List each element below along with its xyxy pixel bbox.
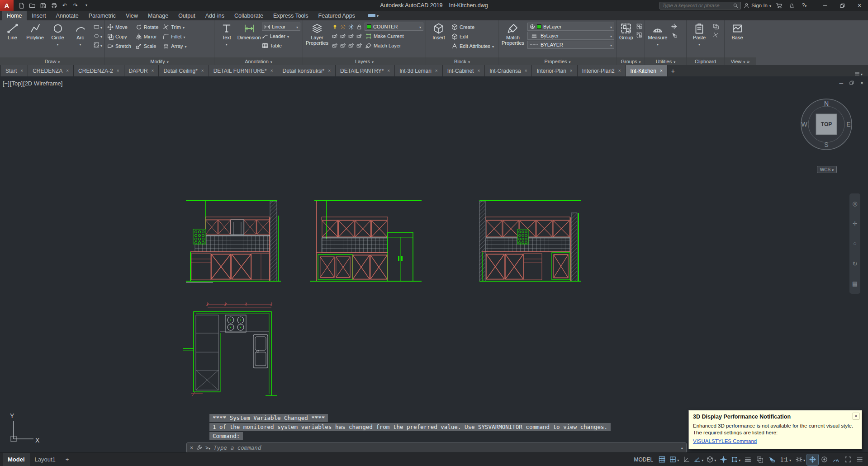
layer-lock-icon[interactable] xyxy=(356,23,363,31)
rectangle-tool-icon[interactable] xyxy=(93,23,100,31)
ellipse-tool-icon[interactable] xyxy=(93,32,100,40)
file-tab[interactable]: Int-Cabinet xyxy=(443,65,485,76)
array-button[interactable]: Array xyxy=(163,42,186,50)
customization-icon[interactable] xyxy=(854,454,865,465)
fillet-button[interactable]: Fillet xyxy=(163,32,186,41)
file-tab-overflow-button[interactable] xyxy=(849,71,868,76)
file-tab[interactable]: CREDENZA xyxy=(28,65,74,76)
annotation-scale-button[interactable]: 1:1 xyxy=(778,457,794,463)
zoom-icon[interactable]: ○ xyxy=(853,240,857,247)
file-tab-close-icon[interactable] xyxy=(201,68,204,73)
object-snap-tracking-icon[interactable] xyxy=(718,454,729,465)
nav-wheel-icon[interactable]: ◎ xyxy=(852,200,857,207)
file-tab-close-icon[interactable] xyxy=(66,68,69,73)
modify-panel-title[interactable]: Modify xyxy=(105,57,214,65)
search-input[interactable] xyxy=(662,3,731,8)
properties-panel-title[interactable]: Properties xyxy=(498,57,617,65)
file-tab[interactable]: Int-Kitchen xyxy=(626,65,668,76)
annotation-panel-title[interactable]: Annotation xyxy=(214,57,303,65)
command-customize-icon[interactable] xyxy=(196,445,202,451)
lineweight-toggle-icon[interactable] xyxy=(742,454,754,465)
notifications-icon[interactable] xyxy=(787,1,797,10)
viewport-view-control[interactable]: [Top] xyxy=(10,80,23,87)
layer-dropdown[interactable]: COUNTER xyxy=(365,23,423,31)
model-space-button[interactable]: MODEL xyxy=(631,457,656,463)
workspace-switching-icon[interactable] xyxy=(794,454,806,465)
layer-isolate-icon[interactable] xyxy=(331,32,339,40)
line-button[interactable]: Line xyxy=(2,22,23,57)
leader-button[interactable]: Leader xyxy=(262,32,300,40)
orbit-icon[interactable]: ↻ xyxy=(853,260,858,267)
measure-button[interactable]: Measure xyxy=(647,22,668,57)
viewport-menu-control[interactable]: [−] xyxy=(3,80,9,87)
dynamic-input-icon[interactable] xyxy=(766,454,777,465)
ribbon-tab[interactable]: Insert xyxy=(27,11,51,20)
linetype-dropdown[interactable]: BYLAYER xyxy=(527,41,614,49)
showmotion-icon[interactable]: ▤ xyxy=(852,280,858,287)
viewport-visual-style-control[interactable]: [2D Wireframe] xyxy=(23,80,62,87)
layer-delete-icon[interactable] xyxy=(356,42,363,49)
layer-on-icon[interactable] xyxy=(331,23,339,31)
clipboard-panel-title[interactable]: Clipboard xyxy=(687,57,724,65)
layer-properties-button[interactable]: Layer Properties xyxy=(305,22,329,57)
groups-panel-title[interactable]: Groups xyxy=(617,57,645,65)
layer-off-tool-icon[interactable] xyxy=(356,32,363,40)
file-tab-close-icon[interactable] xyxy=(525,68,527,73)
snap-toggle-icon[interactable] xyxy=(668,454,680,465)
file-tab[interactable]: Interior-Plan xyxy=(532,65,577,76)
rotate-button[interactable]: Rotate xyxy=(136,23,158,31)
pan-icon[interactable]: ✛ xyxy=(853,220,858,227)
wcs-selector[interactable]: WCS xyxy=(817,166,837,173)
graphics-performance-icon[interactable] xyxy=(830,454,842,465)
notification-close-icon[interactable] xyxy=(853,413,859,419)
ungroup-icon[interactable] xyxy=(636,23,643,30)
circle-button[interactable]: Circle xyxy=(47,22,68,57)
ortho-toggle-icon[interactable] xyxy=(681,454,692,465)
restore-button[interactable] xyxy=(834,0,851,11)
ribbon-tab[interactable]: Annotate xyxy=(51,11,84,20)
edit-block-button[interactable]: Edit xyxy=(451,32,494,41)
layer-unisolate-icon[interactable] xyxy=(339,32,347,40)
stretch-button[interactable]: Stretch xyxy=(107,42,131,50)
ribbon-tab[interactable]: Parametric xyxy=(84,11,121,20)
doc-restore-icon[interactable] xyxy=(849,80,854,86)
draw-panel-title[interactable]: Draw xyxy=(0,57,104,65)
layer-walk-icon[interactable] xyxy=(331,42,339,49)
application-menu-button[interactable] xyxy=(0,0,14,11)
file-tab-close-icon[interactable] xyxy=(570,68,573,73)
file-tab[interactable]: Int-Cradensa xyxy=(485,65,532,76)
move-button[interactable]: Move xyxy=(107,23,131,31)
plot-icon[interactable] xyxy=(49,1,59,10)
layer-thaw-icon[interactable] xyxy=(339,23,347,31)
layer-freeze-tool-icon[interactable] xyxy=(347,32,355,40)
help-button[interactable] xyxy=(799,1,809,10)
visualstyles-command-link[interactable]: VISUALSTYLES Command xyxy=(693,438,757,444)
doc-minimize-icon[interactable] xyxy=(839,80,843,86)
file-tab[interactable]: Detail konstruksi* xyxy=(278,65,336,76)
file-tab-close-icon[interactable] xyxy=(270,68,273,73)
isolate-objects-icon[interactable] xyxy=(819,454,830,465)
redo-icon[interactable] xyxy=(71,1,81,10)
save-icon[interactable] xyxy=(38,1,48,10)
create-block-button[interactable]: Create xyxy=(451,23,494,31)
table-button[interactable]: Table xyxy=(262,41,300,50)
copy-button[interactable]: Copy xyxy=(107,32,131,41)
isometric-drafting-icon[interactable] xyxy=(705,454,717,465)
file-tab[interactable]: DAPUR xyxy=(124,65,159,76)
command-close-icon[interactable] xyxy=(190,445,193,451)
ribbon-tab[interactable]: Add-ins xyxy=(200,11,229,20)
file-tab-close-icon[interactable] xyxy=(328,68,331,73)
file-tab[interactable]: Detail Ceiling* xyxy=(159,65,209,76)
block-panel-title[interactable]: Block xyxy=(426,57,498,65)
group-button[interactable]: Group xyxy=(619,22,633,57)
sign-in-button[interactable]: Sign In xyxy=(744,3,771,9)
open-icon[interactable] xyxy=(27,1,37,10)
ribbon-tab[interactable]: Manage xyxy=(143,11,173,20)
linear-dimension-dropdown[interactable]: Linear xyxy=(262,23,300,31)
make-current-button[interactable]: Make Current xyxy=(365,32,404,40)
polyline-button[interactable]: Polyline xyxy=(25,22,45,57)
ribbon-options-button[interactable] xyxy=(365,11,382,20)
paste-button[interactable]: Paste xyxy=(689,22,710,57)
mirror-button[interactable]: Mirror xyxy=(136,32,158,41)
arc-button[interactable]: Arc xyxy=(70,22,90,57)
